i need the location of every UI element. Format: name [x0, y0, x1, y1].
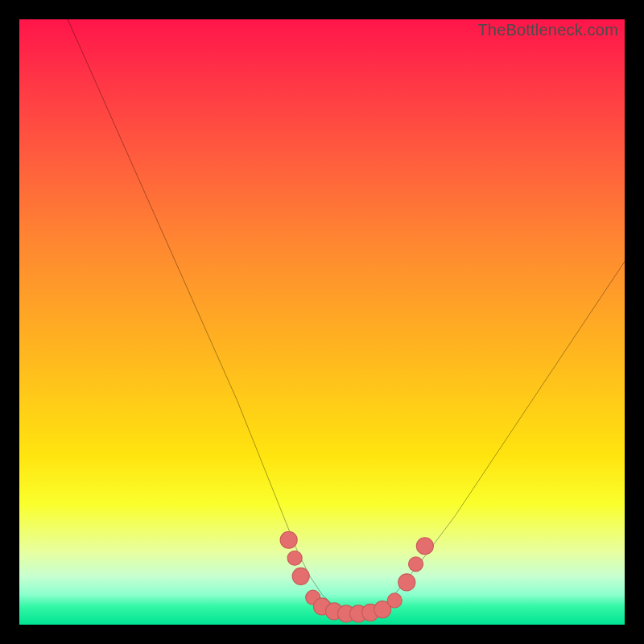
curve-path	[68, 19, 625, 613]
plot-area: TheBottleneck.com	[19, 19, 625, 625]
curve-marker	[398, 574, 415, 591]
curve-marker	[409, 557, 423, 572]
curve-markers	[280, 531, 433, 622]
curve-marker	[287, 551, 302, 565]
bottleneck-curve	[19, 19, 625, 625]
curve-marker	[416, 538, 433, 555]
chart-frame: TheBottleneck.com	[0, 0, 644, 644]
curve-marker	[387, 593, 402, 608]
curve-marker	[292, 568, 309, 584]
curve-marker	[280, 531, 297, 548]
